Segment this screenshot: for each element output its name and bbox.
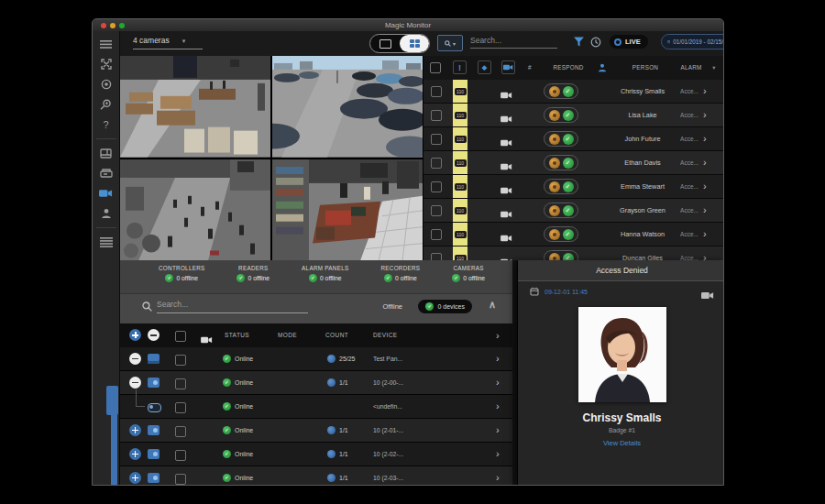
expand-toggle-icon[interactable] bbox=[129, 424, 141, 436]
person-icon[interactable] bbox=[93, 203, 120, 224]
row-checkbox[interactable] bbox=[431, 134, 442, 145]
view-details-link[interactable]: View Details bbox=[518, 439, 724, 447]
chevron-right-icon[interactable]: › bbox=[496, 443, 500, 466]
expand-toggle-icon[interactable] bbox=[129, 353, 141, 365]
row-checkbox[interactable] bbox=[431, 86, 442, 97]
camera-icon[interactable] bbox=[500, 158, 512, 174]
device-column-header[interactable]: DEVICE bbox=[373, 323, 398, 347]
acknowledge-button[interactable] bbox=[549, 86, 560, 97]
single-view-button[interactable] bbox=[370, 35, 400, 52]
row-checkbox[interactable] bbox=[175, 474, 186, 485]
expand-toggle-icon[interactable] bbox=[129, 472, 141, 484]
event-row[interactable]: 110 ✓ Hanna Watson Acce... › bbox=[424, 223, 724, 247]
event-row[interactable]: 110 ✓ Chrissy Smalls Acce... › bbox=[424, 80, 724, 104]
clear-button[interactable]: ✓ bbox=[563, 181, 574, 192]
chevron-right-icon[interactable]: › bbox=[496, 347, 500, 370]
acknowledge-button[interactable] bbox=[549, 229, 560, 240]
video-wall-icon[interactable] bbox=[93, 143, 120, 163]
chevron-right-icon[interactable]: › bbox=[703, 151, 707, 174]
camera-tile-checkout[interactable] bbox=[272, 159, 423, 261]
clear-button[interactable]: ✓ bbox=[563, 110, 574, 121]
camera-tile-warehouse[interactable] bbox=[120, 56, 270, 158]
chevron-right-icon[interactable]: › bbox=[703, 247, 707, 260]
clear-button[interactable]: ✓ bbox=[563, 253, 574, 261]
status-column-header[interactable]: STATUS bbox=[225, 323, 249, 347]
device-search-input[interactable] bbox=[157, 300, 308, 313]
row-checkbox[interactable] bbox=[175, 450, 186, 461]
clear-button[interactable]: ✓ bbox=[563, 205, 574, 216]
chevron-right-icon[interactable]: › bbox=[496, 419, 500, 442]
count-column-header[interactable]: COUNT bbox=[325, 323, 348, 347]
collapse-panel-button[interactable]: ∧ bbox=[489, 299, 496, 311]
collapse-all-button[interactable] bbox=[148, 329, 160, 341]
camera-layout-select[interactable]: 4 cameras▾ bbox=[133, 36, 203, 49]
acknowledge-button[interactable] bbox=[549, 158, 560, 169]
number-column-header[interactable]: # bbox=[521, 56, 539, 80]
filter-icon[interactable] bbox=[574, 37, 584, 47]
device-row[interactable]: ✓ Online 1/1 10 (2-00-... › bbox=[120, 371, 512, 395]
expand-all-button[interactable] bbox=[129, 329, 141, 341]
device-row[interactable]: ✓ Online 1/1 10 (2-02-... › bbox=[120, 443, 512, 466]
live-button[interactable]: LIVE bbox=[610, 35, 648, 49]
camera-filter-icon[interactable] bbox=[201, 331, 213, 347]
camera-icon[interactable] bbox=[500, 253, 512, 260]
grid-view-button[interactable] bbox=[400, 35, 429, 52]
more-columns-icon[interactable]: ▾ bbox=[708, 56, 720, 80]
row-checkbox[interactable] bbox=[175, 402, 186, 413]
expand-toggle-icon[interactable] bbox=[129, 448, 141, 460]
clear-button[interactable]: ✓ bbox=[563, 229, 574, 240]
camera-icon[interactable] bbox=[93, 183, 120, 203]
camera-tile-parking-lot[interactable] bbox=[272, 56, 423, 158]
device-row[interactable]: ✓ Online 25/25 Test Pan... › bbox=[120, 347, 512, 371]
event-row[interactable]: 110 ✓ Emma Stewart Acce... › bbox=[424, 175, 724, 199]
camera-icon[interactable] bbox=[500, 205, 512, 222]
clear-button[interactable]: ✓ bbox=[563, 86, 574, 97]
device-row[interactable]: ✓ Online <undefin... › bbox=[120, 395, 512, 419]
badge-printer-icon[interactable] bbox=[93, 163, 120, 183]
row-checkbox[interactable] bbox=[431, 229, 442, 240]
camera-icon[interactable] bbox=[500, 110, 512, 126]
event-row[interactable]: 110 ✓ John Future Acce... › bbox=[424, 127, 724, 151]
minimize-button[interactable] bbox=[110, 23, 116, 28]
date-range-button[interactable]: 01/01/2019 - 02/15/2019 bbox=[661, 34, 724, 49]
row-checkbox[interactable] bbox=[175, 355, 186, 366]
expand-icon[interactable] bbox=[93, 54, 120, 74]
row-checkbox[interactable] bbox=[175, 378, 186, 389]
chevron-right-icon[interactable]: › bbox=[703, 127, 707, 150]
zoom-button[interactable] bbox=[119, 23, 125, 28]
chevron-right-icon[interactable]: › bbox=[703, 223, 707, 246]
camera-icon[interactable] bbox=[500, 229, 512, 246]
device-row[interactable]: ✓ Online 1/1 10 (2-01-... › bbox=[120, 419, 512, 443]
search-input[interactable] bbox=[470, 36, 557, 49]
history-clock-icon[interactable] bbox=[590, 37, 601, 48]
video-icon[interactable] bbox=[701, 287, 714, 303]
close-button[interactable] bbox=[101, 23, 106, 28]
person-column-icon[interactable] bbox=[595, 60, 609, 74]
chevron-right-icon[interactable]: › bbox=[496, 466, 500, 485]
camera-icon[interactable] bbox=[500, 86, 512, 103]
chevron-right-icon[interactable]: › bbox=[703, 80, 707, 103]
mode-column-header[interactable]: MODE bbox=[278, 323, 297, 347]
row-checkbox[interactable] bbox=[431, 181, 442, 192]
acknowledge-button[interactable] bbox=[549, 134, 560, 145]
camera-tile-store-floor[interactable] bbox=[120, 159, 270, 261]
help-icon[interactable]: ? bbox=[93, 115, 120, 135]
menu-icon[interactable] bbox=[93, 34, 120, 54]
select-all-checkbox[interactable] bbox=[430, 62, 441, 73]
row-checkbox[interactable] bbox=[431, 253, 442, 260]
acknowledge-button[interactable] bbox=[549, 110, 560, 121]
event-row[interactable]: 110 ✓ Lisa Lake Acce... › bbox=[424, 104, 724, 127]
chevron-right-icon[interactable]: › bbox=[703, 199, 707, 222]
acknowledge-button[interactable] bbox=[549, 253, 560, 261]
respond-column-header[interactable]: RESPOND bbox=[545, 56, 591, 80]
chevron-right-icon[interactable]: › bbox=[703, 104, 707, 126]
expand-toggle-icon[interactable] bbox=[129, 377, 141, 389]
record-icon[interactable] bbox=[93, 74, 120, 94]
row-checkbox[interactable] bbox=[431, 158, 442, 169]
select-all-checkbox[interactable] bbox=[175, 331, 186, 342]
chevron-right-icon[interactable]: › bbox=[496, 323, 500, 347]
acknowledge-button[interactable] bbox=[549, 181, 560, 192]
camera-icon[interactable] bbox=[500, 134, 512, 150]
row-checkbox[interactable] bbox=[431, 110, 442, 121]
chevron-right-icon[interactable]: › bbox=[496, 395, 500, 418]
